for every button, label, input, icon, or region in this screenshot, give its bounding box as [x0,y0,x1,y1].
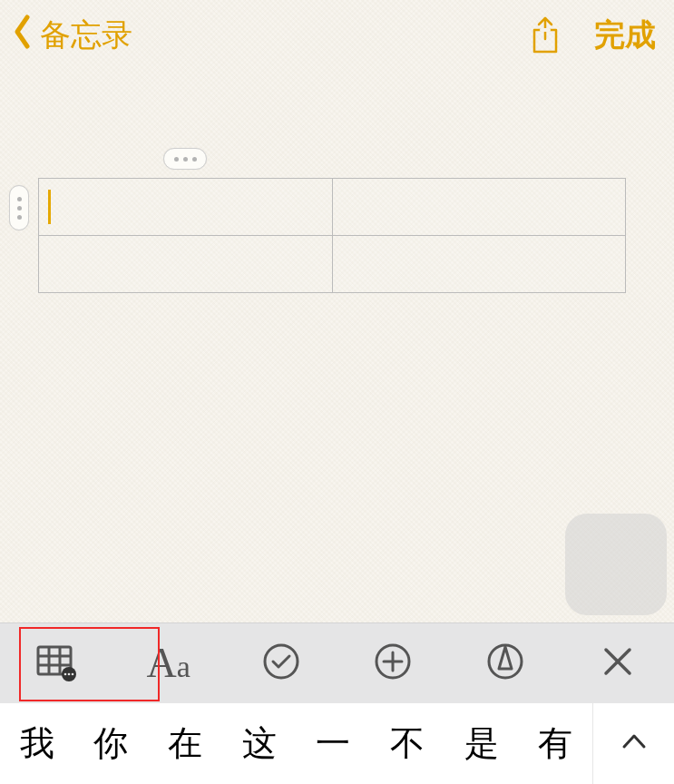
back-label: 备忘录 [40,15,132,56]
svg-point-10 [68,672,71,675]
back-button[interactable]: 备忘录 [7,12,132,59]
candidate-item[interactable]: 不 [370,720,444,767]
candidate-item[interactable]: 有 [518,720,592,767]
plus-circle-icon [373,642,413,685]
format-toolbar: Aa [0,622,674,702]
close-keyboard-button[interactable] [562,623,674,702]
note-content-area[interactable] [0,71,674,622]
candidate-text: 你 [93,724,128,762]
note-table[interactable] [38,178,626,293]
share-icon [529,15,562,55]
table-cell[interactable] [332,236,626,293]
chevron-up-icon [620,729,648,760]
header-bar: 备忘录 完成 [0,0,674,71]
candidate-text: 有 [538,724,572,762]
check-circle-icon [261,642,301,685]
table-row [39,236,626,293]
checklist-button[interactable] [225,623,337,702]
share-button[interactable] [529,15,562,55]
candidate-text: 一 [316,724,350,762]
candidate-text: 这 [242,724,277,762]
candidate-item[interactable]: 这 [222,720,297,767]
attach-button[interactable] [337,623,449,702]
table-cell[interactable] [39,236,333,293]
table-row [39,179,626,236]
ime-candidate-bar: 我 你 在 这 一 不 是 有 [0,702,674,784]
draw-icon [485,642,525,685]
text-format-button[interactable]: Aa [112,623,225,702]
svg-point-11 [72,672,74,675]
table-column-handle[interactable] [163,148,207,170]
candidate-item[interactable]: 是 [444,720,519,767]
candidate-text: 我 [20,724,54,762]
table-cell[interactable] [332,179,626,236]
candidate-item[interactable]: 在 [148,720,222,767]
draw-button[interactable] [449,623,562,702]
table-icon [34,640,78,687]
svg-point-12 [265,645,298,678]
candidate-item[interactable]: 一 [297,720,371,767]
candidate-text: 不 [390,724,425,762]
candidate-text: 在 [168,724,202,762]
close-icon [601,644,635,682]
text-cursor [48,190,51,224]
text-format-icon: Aa [147,639,190,687]
done-button[interactable]: 完成 [594,15,656,56]
svg-point-9 [64,672,67,675]
candidate-text: 是 [464,724,499,762]
chevron-left-icon [7,12,38,59]
done-label: 完成 [594,17,656,52]
candidate-item[interactable]: 你 [74,720,149,767]
floating-button[interactable] [565,514,667,615]
table-row-handle[interactable] [9,185,29,230]
table-cell[interactable] [39,179,333,236]
candidate-item[interactable]: 我 [0,720,74,767]
table-tool-button[interactable] [0,623,112,702]
expand-candidates-button[interactable] [592,703,674,784]
